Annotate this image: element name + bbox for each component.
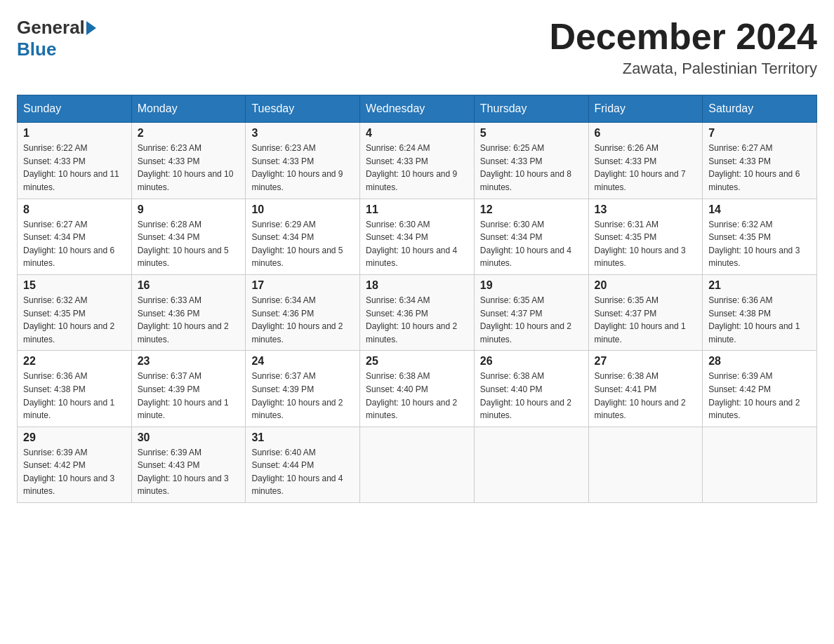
- day-number: 30: [138, 431, 240, 444]
- week-row-3: 15Sunrise: 6:32 AMSunset: 4:35 PMDayligh…: [18, 274, 817, 350]
- day-number: 6: [595, 127, 697, 140]
- table-row: [360, 427, 475, 502]
- day-info: Sunrise: 6:35 AMSunset: 4:37 PMDaylight:…: [480, 294, 583, 346]
- table-row: 24Sunrise: 6:37 AMSunset: 4:39 PMDayligh…: [246, 351, 360, 427]
- table-row: 16Sunrise: 6:33 AMSunset: 4:36 PMDayligh…: [131, 274, 246, 350]
- table-row: 11Sunrise: 6:30 AMSunset: 4:34 PMDayligh…: [360, 199, 475, 274]
- day-info: Sunrise: 6:27 AMSunset: 4:34 PMDaylight:…: [23, 218, 126, 270]
- calendar-header-row: Sunday Monday Tuesday Wednesday Thursday…: [18, 95, 817, 123]
- title-section: December 2024 Zawata, Palestinian Territ…: [549, 17, 817, 78]
- table-row: 29Sunrise: 6:39 AMSunset: 4:42 PMDayligh…: [18, 427, 132, 502]
- day-number: 28: [708, 355, 811, 368]
- day-info: Sunrise: 6:22 AMSunset: 4:33 PMDaylight:…: [23, 142, 126, 194]
- table-row: 22Sunrise: 6:36 AMSunset: 4:38 PMDayligh…: [18, 351, 132, 427]
- day-info: Sunrise: 6:38 AMSunset: 4:40 PMDaylight:…: [480, 370, 583, 422]
- day-info: Sunrise: 6:36 AMSunset: 4:38 PMDaylight:…: [708, 294, 811, 346]
- day-info: Sunrise: 6:32 AMSunset: 4:35 PMDaylight:…: [23, 294, 126, 346]
- table-row: 13Sunrise: 6:31 AMSunset: 4:35 PMDayligh…: [588, 199, 703, 274]
- table-row: [474, 427, 588, 502]
- logo-general-text: General: [17, 17, 85, 39]
- table-row: 23Sunrise: 6:37 AMSunset: 4:39 PMDayligh…: [131, 351, 246, 427]
- day-info: Sunrise: 6:37 AMSunset: 4:39 PMDaylight:…: [251, 370, 354, 422]
- table-row: 15Sunrise: 6:32 AMSunset: 4:35 PMDayligh…: [18, 274, 132, 350]
- day-info: Sunrise: 6:34 AMSunset: 4:36 PMDaylight:…: [366, 294, 468, 346]
- day-number: 27: [595, 355, 697, 368]
- day-info: Sunrise: 6:34 AMSunset: 4:36 PMDaylight:…: [251, 294, 354, 346]
- day-info: Sunrise: 6:40 AMSunset: 4:44 PMDaylight:…: [251, 446, 354, 498]
- day-number: 3: [251, 127, 354, 140]
- col-sunday: Sunday: [18, 95, 132, 123]
- day-number: 16: [138, 279, 240, 292]
- day-info: Sunrise: 6:25 AMSunset: 4:33 PMDaylight:…: [480, 142, 583, 194]
- day-number: 12: [480, 203, 583, 216]
- table-row: 7Sunrise: 6:27 AMSunset: 4:33 PMDaylight…: [703, 123, 817, 199]
- day-number: 15: [23, 279, 126, 292]
- day-info: Sunrise: 6:38 AMSunset: 4:41 PMDaylight:…: [595, 370, 697, 422]
- table-row: 27Sunrise: 6:38 AMSunset: 4:41 PMDayligh…: [588, 351, 703, 427]
- day-info: Sunrise: 6:33 AMSunset: 4:36 PMDaylight:…: [138, 294, 240, 346]
- day-number: 7: [708, 127, 811, 140]
- table-row: 31Sunrise: 6:40 AMSunset: 4:44 PMDayligh…: [246, 427, 360, 502]
- day-number: 2: [138, 127, 240, 140]
- day-number: 1: [23, 127, 126, 140]
- table-row: 19Sunrise: 6:35 AMSunset: 4:37 PMDayligh…: [474, 274, 588, 350]
- day-info: Sunrise: 6:27 AMSunset: 4:33 PMDaylight:…: [708, 142, 811, 194]
- day-number: 23: [138, 355, 240, 368]
- day-info: Sunrise: 6:35 AMSunset: 4:37 PMDaylight:…: [595, 294, 697, 346]
- table-row: 1Sunrise: 6:22 AMSunset: 4:33 PMDaylight…: [18, 123, 132, 199]
- week-row-4: 22Sunrise: 6:36 AMSunset: 4:38 PMDayligh…: [18, 351, 817, 427]
- day-number: 8: [23, 203, 126, 216]
- col-monday: Monday: [131, 95, 246, 123]
- col-tuesday: Tuesday: [246, 95, 360, 123]
- day-info: Sunrise: 6:39 AMSunset: 4:42 PMDaylight:…: [23, 446, 126, 498]
- table-row: 20Sunrise: 6:35 AMSunset: 4:37 PMDayligh…: [588, 274, 703, 350]
- day-info: Sunrise: 6:39 AMSunset: 4:42 PMDaylight:…: [708, 370, 811, 422]
- col-friday: Friday: [588, 95, 703, 123]
- table-row: 18Sunrise: 6:34 AMSunset: 4:36 PMDayligh…: [360, 274, 475, 350]
- day-number: 21: [708, 279, 811, 292]
- day-info: Sunrise: 6:29 AMSunset: 4:34 PMDaylight:…: [251, 218, 354, 270]
- day-info: Sunrise: 6:38 AMSunset: 4:40 PMDaylight:…: [366, 370, 468, 422]
- table-row: 4Sunrise: 6:24 AMSunset: 4:33 PMDaylight…: [360, 123, 475, 199]
- day-info: Sunrise: 6:30 AMSunset: 4:34 PMDaylight:…: [480, 218, 583, 270]
- logo-arrow-icon: [86, 21, 96, 35]
- day-number: 9: [138, 203, 240, 216]
- table-row: [588, 427, 703, 502]
- day-info: Sunrise: 6:28 AMSunset: 4:34 PMDaylight:…: [138, 218, 240, 270]
- table-row: 6Sunrise: 6:26 AMSunset: 4:33 PMDaylight…: [588, 123, 703, 199]
- table-row: 2Sunrise: 6:23 AMSunset: 4:33 PMDaylight…: [131, 123, 246, 199]
- month-title: December 2024: [549, 17, 817, 57]
- day-number: 17: [251, 279, 354, 292]
- day-number: 24: [251, 355, 354, 368]
- table-row: [703, 427, 817, 502]
- logo: General Blue: [17, 17, 98, 60]
- day-number: 11: [366, 203, 468, 216]
- col-saturday: Saturday: [703, 95, 817, 123]
- day-info: Sunrise: 6:37 AMSunset: 4:39 PMDaylight:…: [138, 370, 240, 422]
- table-row: 3Sunrise: 6:23 AMSunset: 4:33 PMDaylight…: [246, 123, 360, 199]
- day-number: 13: [595, 203, 697, 216]
- day-number: 4: [366, 127, 468, 140]
- table-row: 26Sunrise: 6:38 AMSunset: 4:40 PMDayligh…: [474, 351, 588, 427]
- table-row: 30Sunrise: 6:39 AMSunset: 4:43 PMDayligh…: [131, 427, 246, 502]
- day-info: Sunrise: 6:23 AMSunset: 4:33 PMDaylight:…: [251, 142, 354, 194]
- day-number: 14: [708, 203, 811, 216]
- table-row: 9Sunrise: 6:28 AMSunset: 4:34 PMDaylight…: [131, 199, 246, 274]
- day-info: Sunrise: 6:39 AMSunset: 4:43 PMDaylight:…: [138, 446, 240, 498]
- week-row-2: 8Sunrise: 6:27 AMSunset: 4:34 PMDaylight…: [18, 199, 817, 274]
- day-number: 31: [251, 431, 354, 444]
- day-number: 26: [480, 355, 583, 368]
- day-number: 29: [23, 431, 126, 444]
- location-subtitle: Zawata, Palestinian Territory: [549, 60, 817, 78]
- table-row: 14Sunrise: 6:32 AMSunset: 4:35 PMDayligh…: [703, 199, 817, 274]
- calendar-table: Sunday Monday Tuesday Wednesday Thursday…: [17, 95, 817, 503]
- table-row: 17Sunrise: 6:34 AMSunset: 4:36 PMDayligh…: [246, 274, 360, 350]
- table-row: 25Sunrise: 6:38 AMSunset: 4:40 PMDayligh…: [360, 351, 475, 427]
- table-row: 21Sunrise: 6:36 AMSunset: 4:38 PMDayligh…: [703, 274, 817, 350]
- week-row-1: 1Sunrise: 6:22 AMSunset: 4:33 PMDaylight…: [18, 123, 817, 199]
- day-info: Sunrise: 6:26 AMSunset: 4:33 PMDaylight:…: [595, 142, 697, 194]
- day-info: Sunrise: 6:24 AMSunset: 4:33 PMDaylight:…: [366, 142, 468, 194]
- day-info: Sunrise: 6:31 AMSunset: 4:35 PMDaylight:…: [595, 218, 697, 270]
- day-number: 5: [480, 127, 583, 140]
- col-wednesday: Wednesday: [360, 95, 475, 123]
